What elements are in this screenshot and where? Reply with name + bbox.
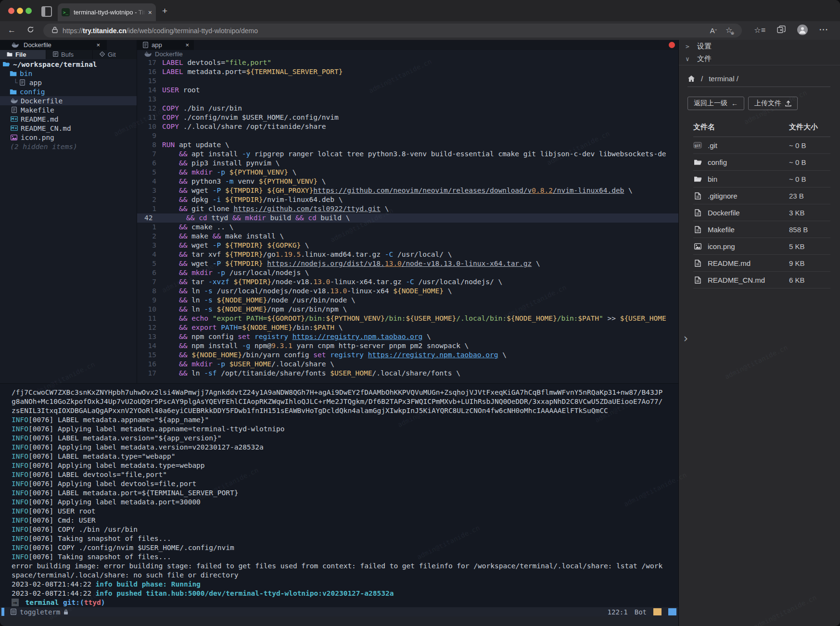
code-line[interactable]: 7 && apt install -y ripgrep ranger lolca… [137, 150, 678, 159]
tree-item-readme.md[interactable]: README.md [0, 114, 137, 124]
orange-indicator-swatch [653, 608, 662, 615]
editor-tab-close-icon[interactable]: × [185, 41, 189, 49]
code-line[interactable]: 1 && cmake .. \ [137, 223, 678, 232]
code-area[interactable]: 17LABEL devtools="file,port"16LABEL meta… [137, 58, 678, 378]
code-line[interactable]: 7 && tar -xvzf ${TMPDIR}/node-v18.13.0-l… [137, 277, 678, 287]
traffic-light-close[interactable] [8, 8, 14, 14]
code-line[interactable]: 8 && ln -s /usr/local/nodejs/node-v18.13… [137, 287, 678, 296]
editor-tab-app[interactable]: app × [137, 40, 194, 50]
settings-section-header[interactable]: > 设置 [679, 40, 840, 52]
tree-item-bin[interactable]: bin [0, 69, 137, 78]
file-white-icon [693, 276, 702, 284]
code-line[interactable]: 13 [137, 95, 678, 104]
code-line[interactable]: 10COPY ./.local/share /opt/titanide/shar… [137, 122, 678, 131]
code-line[interactable]: 13 && npm config set registry https://re… [137, 332, 678, 341]
browser-tab[interactable]: >_ terminal-ttyd-wlotnipo - TitanI × [58, 3, 156, 21]
text-size-icon[interactable]: A‛‛ [710, 26, 717, 35]
more-menu-icon[interactable]: ··· [819, 25, 828, 35]
code-line[interactable]: 11 && echo "export PATH=${GOROOT}/bin:${… [137, 314, 678, 323]
breadcrumb-directory[interactable]: terminal / [709, 75, 738, 83]
buffer-tab-dockerfile[interactable]: Dockerfile × [0, 40, 107, 50]
code-editor[interactable]: app × Dockerfile 17LABEL devtools="file,… [137, 40, 678, 383]
explorer-tab-bufs[interactable]: Bufs [46, 50, 93, 59]
file-row-dockerfile[interactable]: Dockerfile3 KB [693, 204, 830, 221]
code-line[interactable]: 1 && git clone https://github.com/tsl092… [137, 204, 678, 213]
code-line[interactable]: 3 && wget -P ${TMPDIR} ${GOPKG} \ [137, 241, 678, 250]
breadcrumb-separator: / [701, 75, 703, 83]
tab-close-icon[interactable]: × [148, 9, 152, 16]
code-line[interactable]: 15 [137, 76, 678, 86]
favorites-icon[interactable]: ☆≡ [754, 25, 765, 35]
code-line[interactable]: 5 && mkdir -p ${PYTHON_VENV} \ [137, 168, 678, 177]
tree-item-dockerfile[interactable]: Dockerfile [0, 96, 137, 105]
file-row-config[interactable]: config~ 0 B [693, 154, 830, 171]
file-row-.gitignore[interactable]: .gitignore23 B [693, 188, 830, 204]
code-line[interactable]: 6 && pip3 install pynvim \ [137, 159, 678, 168]
code-line[interactable]: 2 && make && make install \ [137, 232, 678, 241]
back-icon[interactable]: ← [8, 25, 16, 35]
code-line[interactable]: 2 && dpkg -i ${TMPDIR}/nvim-linux64.deb … [137, 195, 678, 204]
sidebar-toggle-icon[interactable] [41, 6, 52, 17]
file-row-icon.png[interactable]: icon.png5 KB [693, 238, 830, 255]
traffic-light-maximize[interactable] [25, 8, 32, 14]
tree-item-icon.png[interactable]: icon.png [0, 133, 137, 142]
line-number: 13 [137, 332, 162, 341]
tree-item-makefile[interactable]: Makefile [0, 105, 137, 114]
file-row-readme.md[interactable]: README.md9 KB [693, 255, 830, 272]
code-line[interactable]: 8RUN apt update \ [137, 140, 678, 150]
code-line[interactable]: 10 && ln -s ${NODE_HOME}/npm /usr/bin/np… [137, 305, 678, 314]
file-row-.git[interactable]: git.git~ 0 B [693, 137, 830, 154]
code-line[interactable]: 14 && npm install -g npm@9.3.1 yarn cnpm… [137, 341, 678, 351]
code-line[interactable]: 4 && python3 -m venv ${PYTHON_VENV} \ [137, 177, 678, 186]
code-line[interactable]: 12 && export PATH=${NODE_HOME}/bin:$PATH… [137, 323, 678, 332]
code-line[interactable]: 15 && ${NODE_HOME}/bin/yarn config set r… [137, 351, 678, 360]
tree-item-readme_cn.md[interactable]: README_CN.md [0, 124, 137, 133]
code-line[interactable]: 9 [137, 131, 678, 140]
line-content: && ln -sf /opt/titanide/share/fonts $USE… [162, 369, 678, 378]
reload-icon[interactable] [27, 26, 34, 36]
red-dot-indicator[interactable] [669, 42, 675, 48]
tree-item--workspace-terminal[interactable]: ~/workspace/terminal [0, 60, 137, 69]
code-line[interactable]: 14USER root [137, 86, 678, 95]
file-size: ~ 0 B [789, 175, 830, 183]
panel-collapse-chevron-icon[interactable]: › [682, 332, 689, 345]
tree-item-app[interactable]: └app [0, 78, 137, 87]
home-icon[interactable] [687, 75, 695, 82]
code-line[interactable]: 3 && wget -P ${TMPDIR} ${GH_PROXY}https:… [137, 186, 678, 195]
files-section-header[interactable]: ∨ 文件 [679, 52, 840, 65]
buffer-tab-close-icon[interactable]: × [96, 41, 100, 49]
explorer-tab-git[interactable]: Git [93, 50, 137, 59]
traffic-light-minimize[interactable] [17, 8, 23, 14]
code-line[interactable]: 9 && ln -s ${NODE_HOME}/node /usr/bin/no… [137, 296, 678, 305]
profile-avatar[interactable] [797, 25, 808, 35]
line-number: 13 [137, 95, 162, 104]
statusline-panel-label: toggleterm [20, 608, 60, 616]
blue-indicator-swatch [668, 608, 676, 615]
code-line[interactable]: 16LABEL metadata.port=${TERMINAL_SERVER_… [137, 67, 678, 76]
file-row-makefile[interactable]: Makefile858 B [693, 221, 830, 238]
line-content: && apt install -y ripgrep ranger lolcat … [162, 150, 678, 159]
collections-icon[interactable] [777, 25, 786, 35]
line-content: && make && make install \ [162, 232, 678, 241]
code-line[interactable]: 11COPY ./config/nvim $USER_HOME/.config/… [137, 113, 678, 122]
upload-file-button[interactable]: 上传文件 [748, 97, 798, 110]
new-tab-button[interactable]: + [162, 6, 167, 16]
code-line[interactable]: 17LABEL devtools="file,port" [137, 58, 678, 67]
code-line[interactable]: 4 && tar xvf ${TMPDIR}/go1.19.5.linux-am… [137, 250, 678, 259]
code-line[interactable]: 16 && mkdir -p $USER_HOME/.local/share \ [137, 360, 678, 369]
explorer-tab-file[interactable]: File [0, 50, 46, 59]
tree-item-label: Dockerfile [21, 97, 63, 105]
tree-item-config[interactable]: config [0, 87, 137, 96]
code-line[interactable]: 17 && ln -sf /opt/titanide/share/fonts $… [137, 369, 678, 378]
file-row-readme_cn.md[interactable]: README_CN.md6 KB [693, 272, 830, 288]
code-line[interactable]: 12COPY ./bin /usr/bin [137, 104, 678, 113]
code-line[interactable]: 6 && mkdir -p /usr/local/nodejs \ [137, 268, 678, 277]
add-favorite-icon[interactable]: ☆⊕ [725, 25, 734, 36]
terminal-panel[interactable]: /fj7CcwoCW7ZXBc3snKxZNYHpbh7uhwOvx2lsi4W… [0, 383, 678, 607]
code-line-current[interactable]: 42 && cd ttyd && mkdir build && cd build… [137, 213, 678, 223]
url-field[interactable]: https://try.titanide.cn/ide/web/coding/t… [43, 24, 742, 38]
file-row-bin[interactable]: bin~ 0 B [693, 171, 830, 188]
go-up-button[interactable]: 返回上一级 ← [687, 97, 744, 110]
code-line[interactable]: 5 && wget -P ${TMPDIR} https://nodejs.or… [137, 259, 678, 268]
divider [687, 87, 830, 87]
